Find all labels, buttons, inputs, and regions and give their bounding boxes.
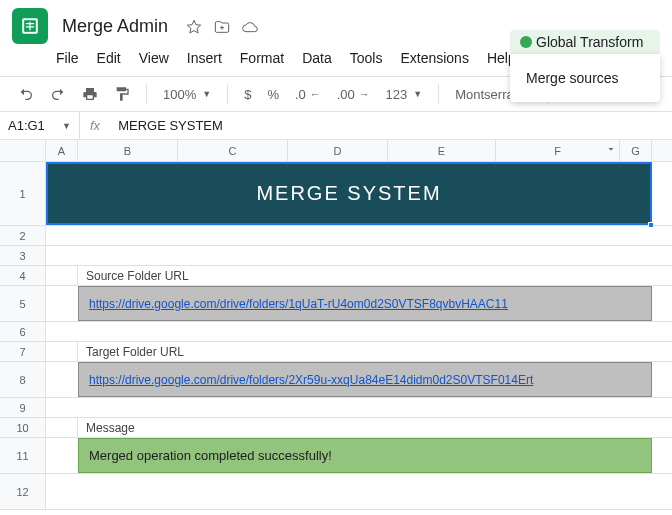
menu-item-merge-sources[interactable]: Merge sources xyxy=(510,62,660,94)
menu-extensions[interactable]: Extensions xyxy=(392,46,476,70)
menu-format[interactable]: Format xyxy=(232,46,292,70)
row-header-12[interactable]: 12 xyxy=(0,474,46,509)
menu-data[interactable]: Data xyxy=(294,46,340,70)
menu-edit[interactable]: Edit xyxy=(89,46,129,70)
name-box[interactable]: A1:G1▼ xyxy=(0,112,80,139)
row-header-5[interactable]: 5 xyxy=(0,286,46,321)
row-header-11[interactable]: 11 xyxy=(0,438,46,473)
row-header-6[interactable]: 6 xyxy=(0,322,46,341)
paint-format-button[interactable] xyxy=(108,82,136,106)
menu-global-transform[interactable]: Global Transform xyxy=(510,30,660,54)
source-url-link[interactable]: https://drive.google.com/drive/folders/1… xyxy=(89,297,508,311)
row-header-9[interactable]: 9 xyxy=(0,398,46,417)
menu-insert[interactable]: Insert xyxy=(179,46,230,70)
source-label[interactable]: Source Folder URL xyxy=(78,266,672,285)
custom-menu: Global Transform Merge sources xyxy=(510,30,660,102)
status-dot-icon xyxy=(520,36,532,48)
row-header-7[interactable]: 7 xyxy=(0,342,46,361)
target-label[interactable]: Target Folder URL xyxy=(78,342,672,361)
decrease-decimal-button[interactable]: .0← xyxy=(289,83,327,106)
currency-button[interactable]: $ xyxy=(238,83,257,106)
select-all-corner[interactable] xyxy=(0,140,46,161)
star-icon[interactable] xyxy=(186,19,202,38)
formula-bar: A1:G1▼ fx MERGE SYSTEM xyxy=(0,112,672,140)
filter-icon[interactable] xyxy=(605,143,617,157)
undo-button[interactable] xyxy=(12,82,40,106)
target-url-cell[interactable]: https://drive.google.com/drive/folders/2… xyxy=(78,362,652,397)
document-title[interactable]: Merge Admin xyxy=(56,14,174,39)
menu-file[interactable]: File xyxy=(48,46,87,70)
col-header-C[interactable]: C xyxy=(178,140,288,161)
number-format-select[interactable]: 123▼ xyxy=(380,83,429,106)
row-header-10[interactable]: 10 xyxy=(0,418,46,437)
row-header-4[interactable]: 4 xyxy=(0,266,46,285)
move-icon[interactable] xyxy=(214,19,230,38)
source-url-cell[interactable]: https://drive.google.com/drive/folders/1… xyxy=(78,286,652,321)
banner-cell[interactable]: MERGE SYSTEM xyxy=(46,162,652,225)
custom-menu-title: Global Transform xyxy=(536,34,643,50)
redo-button[interactable] xyxy=(44,82,72,106)
col-header-A[interactable]: A xyxy=(46,140,78,161)
menu-view[interactable]: View xyxy=(131,46,177,70)
target-url-link[interactable]: https://drive.google.com/drive/folders/2… xyxy=(89,373,533,387)
message-cell[interactable]: Merged operation completed successfully! xyxy=(78,438,652,473)
col-header-D[interactable]: D xyxy=(288,140,388,161)
sheets-logo[interactable] xyxy=(12,8,48,44)
col-header-F[interactable]: F xyxy=(496,140,620,161)
col-header-E[interactable]: E xyxy=(388,140,496,161)
col-header-B[interactable]: B xyxy=(78,140,178,161)
formula-input[interactable]: MERGE SYSTEM xyxy=(110,118,231,133)
zoom-select[interactable]: 100%▼ xyxy=(157,83,217,106)
spreadsheet-grid: A B C D E F G 1 MERGE SYSTEM 2 3 4Source… xyxy=(0,140,672,510)
increase-decimal-button[interactable]: .00→ xyxy=(331,83,376,106)
fx-icon: fx xyxy=(80,118,110,133)
row-header-1[interactable]: 1 xyxy=(0,162,46,225)
percent-button[interactable]: % xyxy=(261,83,285,106)
col-header-G[interactable]: G xyxy=(620,140,652,161)
row-header-3[interactable]: 3 xyxy=(0,246,46,265)
cloud-icon[interactable] xyxy=(242,19,258,38)
print-button[interactable] xyxy=(76,82,104,106)
row-header-2[interactable]: 2 xyxy=(0,226,46,245)
custom-menu-dropdown: Merge sources xyxy=(510,54,660,102)
menu-tools[interactable]: Tools xyxy=(342,46,391,70)
row-header-8[interactable]: 8 xyxy=(0,362,46,397)
message-label[interactable]: Message xyxy=(78,418,672,437)
